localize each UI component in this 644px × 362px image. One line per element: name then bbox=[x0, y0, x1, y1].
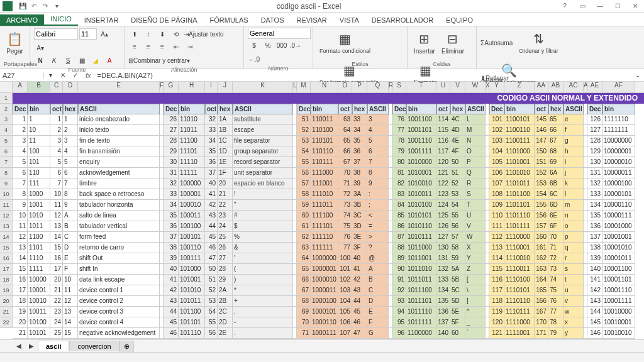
cell[interactable]: 140 bbox=[436, 328, 450, 339]
cell[interactable]: 16 bbox=[13, 275, 28, 285]
cell[interactable]: 47 bbox=[205, 253, 218, 264]
cell[interactable]: 52 bbox=[297, 125, 311, 136]
cell[interactable]: 2E bbox=[218, 328, 233, 339]
cell[interactable]: 110111 bbox=[311, 157, 338, 168]
cell[interactable]: 44 bbox=[164, 307, 179, 317]
cell[interactable]: 29 bbox=[218, 275, 233, 285]
cell[interactable]: 26 bbox=[164, 114, 179, 125]
help-button[interactable]: ? bbox=[556, 1, 574, 12]
cell[interactable]: o bbox=[564, 221, 584, 232]
cell[interactable]: 3 bbox=[13, 136, 28, 146]
cell[interactable]: 11110 bbox=[179, 157, 205, 168]
cell[interactable]: 1001111 bbox=[406, 146, 436, 157]
cell[interactable]: 101010 bbox=[179, 285, 205, 296]
cell[interactable]: 10001 bbox=[28, 285, 50, 296]
cell[interactable]: U bbox=[465, 211, 486, 221]
cell[interactable]: 4 bbox=[13, 146, 28, 157]
cell[interactable]: 44 bbox=[205, 221, 218, 232]
cell[interactable]: 10 bbox=[13, 211, 28, 221]
cell[interactable]: F bbox=[367, 317, 389, 328]
cell[interactable]: j bbox=[564, 168, 584, 178]
cell[interactable]: D bbox=[367, 296, 389, 307]
cell[interactable]: 38 bbox=[164, 243, 179, 253]
cell[interactable]: 1101 bbox=[28, 243, 50, 253]
cell[interactable]: 34 bbox=[205, 136, 218, 146]
cell[interactable]: 23 bbox=[218, 211, 233, 221]
cell[interactable]: 5 bbox=[13, 157, 28, 168]
cell[interactable]: 3 bbox=[367, 114, 389, 125]
cell[interactable]: 110110 bbox=[311, 146, 338, 157]
bold-button[interactable]: N bbox=[34, 54, 47, 67]
cell[interactable]: ; bbox=[367, 200, 389, 211]
cell[interactable]: [ bbox=[465, 275, 486, 285]
cell[interactable]: 133 bbox=[587, 189, 602, 200]
cell[interactable]: 95 bbox=[392, 317, 406, 328]
cell[interactable]: 10001000 bbox=[602, 221, 635, 232]
tab-revisar[interactable]: REVISAR bbox=[291, 14, 333, 26]
sheet-tab-convercion[interactable]: convercion bbox=[69, 341, 119, 351]
cell[interactable]: : bbox=[367, 189, 389, 200]
cell[interactable]: 1 bbox=[28, 114, 50, 125]
expand-formula-icon[interactable]: ⌄ bbox=[631, 69, 644, 82]
cell[interactable]: S bbox=[465, 189, 486, 200]
font-size-select[interactable] bbox=[79, 28, 97, 40]
cell[interactable]: 69 bbox=[548, 157, 564, 168]
cell[interactable]: 1 bbox=[50, 114, 63, 125]
cell[interactable]: 1000011 bbox=[311, 285, 338, 296]
cell[interactable]: 1010111 bbox=[406, 232, 436, 243]
cell[interactable]: 10010010 bbox=[602, 328, 635, 339]
cell[interactable]: 83 bbox=[392, 189, 406, 200]
row-header-17[interactable]: 17 bbox=[0, 264, 13, 275]
cell[interactable]: device control 3 bbox=[78, 307, 160, 317]
cell[interactable]: 15 bbox=[50, 243, 63, 253]
row-header-18[interactable]: 18 bbox=[0, 275, 13, 285]
merge-button[interactable]: ⊞ Combinar y centrar ▾ bbox=[128, 54, 190, 67]
cell[interactable]: data link escape bbox=[78, 275, 160, 285]
cell[interactable]: 111000 bbox=[311, 168, 338, 178]
cell[interactable]: 155 bbox=[535, 200, 548, 211]
cell[interactable]: 47 bbox=[352, 328, 367, 339]
cell[interactable]: 2B bbox=[218, 296, 233, 307]
cell[interactable]: 76 bbox=[338, 232, 352, 243]
table-row[interactable]: 16100002010data link escape411010015129)… bbox=[13, 275, 644, 285]
cell[interactable]: 35 bbox=[352, 136, 367, 146]
cell[interactable]: 111010 bbox=[311, 189, 338, 200]
cell[interactable]: 6 bbox=[50, 168, 63, 178]
cell[interactable]: 17 bbox=[13, 285, 28, 296]
cell[interactable]: 3 bbox=[50, 136, 63, 146]
cell[interactable]: 1011 bbox=[28, 221, 50, 232]
cell[interactable]: u bbox=[564, 285, 584, 296]
cell[interactable]: 55 bbox=[450, 211, 465, 221]
cell[interactable]: 6C bbox=[548, 189, 564, 200]
cell[interactable]: 24 bbox=[218, 221, 233, 232]
cell[interactable]: 39 bbox=[164, 253, 179, 264]
cell[interactable]: m bbox=[564, 200, 584, 211]
cell[interactable]: O bbox=[465, 146, 486, 157]
cell[interactable]: 86 bbox=[392, 221, 406, 232]
cell[interactable]: 73 bbox=[548, 264, 564, 275]
cell[interactable]: 71 bbox=[548, 243, 564, 253]
cell[interactable]: 1101010 bbox=[504, 168, 535, 178]
row-header-22[interactable]: 22 bbox=[0, 317, 13, 328]
cell[interactable]: 101100 bbox=[179, 307, 205, 317]
cell[interactable]: 64 bbox=[338, 125, 352, 136]
cell[interactable]: 57 bbox=[450, 232, 465, 243]
cell[interactable]: 70 bbox=[297, 317, 311, 328]
cell[interactable]: 136 bbox=[587, 221, 602, 232]
cell[interactable]: 65 bbox=[297, 264, 311, 275]
col-header-H[interactable]: H bbox=[179, 82, 205, 92]
cell[interactable]: 20 bbox=[13, 317, 28, 328]
cell[interactable]: 45 bbox=[352, 307, 367, 317]
cell[interactable]: 111 bbox=[489, 221, 504, 232]
cell[interactable]: 100 bbox=[338, 253, 352, 264]
cell[interactable]: 28 bbox=[164, 136, 179, 146]
cell[interactable]: ! bbox=[233, 189, 293, 200]
cell[interactable]: 146 bbox=[587, 328, 602, 339]
cell[interactable]: 100000 bbox=[179, 178, 205, 189]
cell[interactable]: W bbox=[465, 232, 486, 243]
indent-dec-icon[interactable]: ⇤ bbox=[170, 40, 182, 53]
font-color-button[interactable]: A bbox=[103, 54, 116, 67]
cancel-formula-icon[interactable]: ✕ bbox=[57, 69, 69, 82]
tab-vista[interactable]: VISTA bbox=[333, 14, 365, 26]
col-header-W[interactable]: W bbox=[465, 82, 486, 92]
